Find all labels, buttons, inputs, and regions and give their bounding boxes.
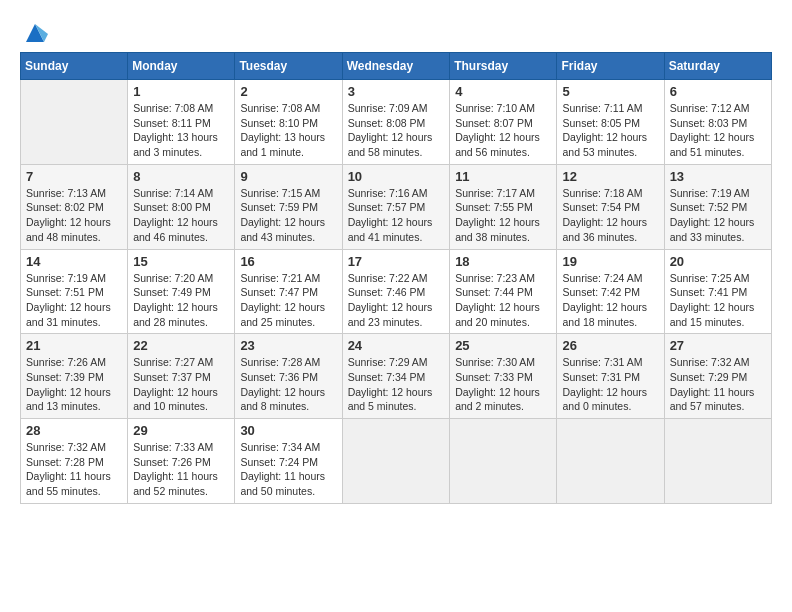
day-info: Sunrise: 7:27 AM Sunset: 7:37 PM Dayligh… bbox=[133, 355, 229, 414]
day-info: Sunrise: 7:20 AM Sunset: 7:49 PM Dayligh… bbox=[133, 271, 229, 330]
calendar-cell: 18Sunrise: 7:23 AM Sunset: 7:44 PM Dayli… bbox=[450, 249, 557, 334]
day-number: 11 bbox=[455, 169, 551, 184]
day-number: 21 bbox=[26, 338, 122, 353]
day-info: Sunrise: 7:08 AM Sunset: 8:10 PM Dayligh… bbox=[240, 101, 336, 160]
day-info: Sunrise: 7:19 AM Sunset: 7:52 PM Dayligh… bbox=[670, 186, 766, 245]
day-info: Sunrise: 7:24 AM Sunset: 7:42 PM Dayligh… bbox=[562, 271, 658, 330]
calendar-cell: 5Sunrise: 7:11 AM Sunset: 8:05 PM Daylig… bbox=[557, 80, 664, 165]
day-number: 24 bbox=[348, 338, 445, 353]
day-info: Sunrise: 7:14 AM Sunset: 8:00 PM Dayligh… bbox=[133, 186, 229, 245]
calendar-cell: 23Sunrise: 7:28 AM Sunset: 7:36 PM Dayli… bbox=[235, 334, 342, 419]
day-header-monday: Monday bbox=[128, 53, 235, 80]
day-number: 9 bbox=[240, 169, 336, 184]
calendar-cell: 14Sunrise: 7:19 AM Sunset: 7:51 PM Dayli… bbox=[21, 249, 128, 334]
day-number: 3 bbox=[348, 84, 445, 99]
calendar-cell: 25Sunrise: 7:30 AM Sunset: 7:33 PM Dayli… bbox=[450, 334, 557, 419]
day-info: Sunrise: 7:16 AM Sunset: 7:57 PM Dayligh… bbox=[348, 186, 445, 245]
day-info: Sunrise: 7:13 AM Sunset: 8:02 PM Dayligh… bbox=[26, 186, 122, 245]
day-number: 5 bbox=[562, 84, 658, 99]
day-info: Sunrise: 7:18 AM Sunset: 7:54 PM Dayligh… bbox=[562, 186, 658, 245]
calendar-cell: 2Sunrise: 7:08 AM Sunset: 8:10 PM Daylig… bbox=[235, 80, 342, 165]
calendar-cell: 13Sunrise: 7:19 AM Sunset: 7:52 PM Dayli… bbox=[664, 164, 771, 249]
calendar-cell bbox=[450, 419, 557, 504]
day-number: 13 bbox=[670, 169, 766, 184]
calendar-cell bbox=[342, 419, 450, 504]
calendar-cell: 1Sunrise: 7:08 AM Sunset: 8:11 PM Daylig… bbox=[128, 80, 235, 165]
day-info: Sunrise: 7:08 AM Sunset: 8:11 PM Dayligh… bbox=[133, 101, 229, 160]
calendar-cell: 8Sunrise: 7:14 AM Sunset: 8:00 PM Daylig… bbox=[128, 164, 235, 249]
day-number: 4 bbox=[455, 84, 551, 99]
calendar-cell: 15Sunrise: 7:20 AM Sunset: 7:49 PM Dayli… bbox=[128, 249, 235, 334]
calendar-cell: 12Sunrise: 7:18 AM Sunset: 7:54 PM Dayli… bbox=[557, 164, 664, 249]
day-info: Sunrise: 7:11 AM Sunset: 8:05 PM Dayligh… bbox=[562, 101, 658, 160]
day-info: Sunrise: 7:19 AM Sunset: 7:51 PM Dayligh… bbox=[26, 271, 122, 330]
day-info: Sunrise: 7:33 AM Sunset: 7:26 PM Dayligh… bbox=[133, 440, 229, 499]
day-number: 1 bbox=[133, 84, 229, 99]
calendar-cell: 22Sunrise: 7:27 AM Sunset: 7:37 PM Dayli… bbox=[128, 334, 235, 419]
day-number: 26 bbox=[562, 338, 658, 353]
day-number: 30 bbox=[240, 423, 336, 438]
calendar-cell: 10Sunrise: 7:16 AM Sunset: 7:57 PM Dayli… bbox=[342, 164, 450, 249]
week-row-5: 28Sunrise: 7:32 AM Sunset: 7:28 PM Dayli… bbox=[21, 419, 772, 504]
day-header-thursday: Thursday bbox=[450, 53, 557, 80]
week-row-1: 1Sunrise: 7:08 AM Sunset: 8:11 PM Daylig… bbox=[21, 80, 772, 165]
calendar-cell: 7Sunrise: 7:13 AM Sunset: 8:02 PM Daylig… bbox=[21, 164, 128, 249]
page-header bbox=[20, 20, 772, 42]
day-header-sunday: Sunday bbox=[21, 53, 128, 80]
day-header-friday: Friday bbox=[557, 53, 664, 80]
day-info: Sunrise: 7:23 AM Sunset: 7:44 PM Dayligh… bbox=[455, 271, 551, 330]
calendar-cell: 21Sunrise: 7:26 AM Sunset: 7:39 PM Dayli… bbox=[21, 334, 128, 419]
day-header-tuesday: Tuesday bbox=[235, 53, 342, 80]
day-number: 10 bbox=[348, 169, 445, 184]
calendar-cell: 11Sunrise: 7:17 AM Sunset: 7:55 PM Dayli… bbox=[450, 164, 557, 249]
calendar: SundayMondayTuesdayWednesdayThursdayFrid… bbox=[20, 52, 772, 504]
logo-icon bbox=[22, 20, 48, 46]
calendar-cell: 28Sunrise: 7:32 AM Sunset: 7:28 PM Dayli… bbox=[21, 419, 128, 504]
day-info: Sunrise: 7:30 AM Sunset: 7:33 PM Dayligh… bbox=[455, 355, 551, 414]
day-number: 15 bbox=[133, 254, 229, 269]
calendar-cell: 26Sunrise: 7:31 AM Sunset: 7:31 PM Dayli… bbox=[557, 334, 664, 419]
day-info: Sunrise: 7:15 AM Sunset: 7:59 PM Dayligh… bbox=[240, 186, 336, 245]
day-info: Sunrise: 7:32 AM Sunset: 7:29 PM Dayligh… bbox=[670, 355, 766, 414]
day-info: Sunrise: 7:10 AM Sunset: 8:07 PM Dayligh… bbox=[455, 101, 551, 160]
day-info: Sunrise: 7:25 AM Sunset: 7:41 PM Dayligh… bbox=[670, 271, 766, 330]
calendar-cell: 19Sunrise: 7:24 AM Sunset: 7:42 PM Dayli… bbox=[557, 249, 664, 334]
day-header-wednesday: Wednesday bbox=[342, 53, 450, 80]
calendar-header: SundayMondayTuesdayWednesdayThursdayFrid… bbox=[21, 53, 772, 80]
day-info: Sunrise: 7:26 AM Sunset: 7:39 PM Dayligh… bbox=[26, 355, 122, 414]
day-number: 27 bbox=[670, 338, 766, 353]
day-info: Sunrise: 7:22 AM Sunset: 7:46 PM Dayligh… bbox=[348, 271, 445, 330]
day-number: 28 bbox=[26, 423, 122, 438]
calendar-cell: 29Sunrise: 7:33 AM Sunset: 7:26 PM Dayli… bbox=[128, 419, 235, 504]
day-number: 17 bbox=[348, 254, 445, 269]
calendar-cell bbox=[557, 419, 664, 504]
day-info: Sunrise: 7:31 AM Sunset: 7:31 PM Dayligh… bbox=[562, 355, 658, 414]
calendar-cell: 17Sunrise: 7:22 AM Sunset: 7:46 PM Dayli… bbox=[342, 249, 450, 334]
day-number: 2 bbox=[240, 84, 336, 99]
calendar-cell: 3Sunrise: 7:09 AM Sunset: 8:08 PM Daylig… bbox=[342, 80, 450, 165]
logo bbox=[20, 20, 48, 42]
day-number: 19 bbox=[562, 254, 658, 269]
day-info: Sunrise: 7:32 AM Sunset: 7:28 PM Dayligh… bbox=[26, 440, 122, 499]
day-number: 22 bbox=[133, 338, 229, 353]
week-row-4: 21Sunrise: 7:26 AM Sunset: 7:39 PM Dayli… bbox=[21, 334, 772, 419]
day-number: 16 bbox=[240, 254, 336, 269]
day-number: 8 bbox=[133, 169, 229, 184]
calendar-cell: 30Sunrise: 7:34 AM Sunset: 7:24 PM Dayli… bbox=[235, 419, 342, 504]
calendar-cell: 27Sunrise: 7:32 AM Sunset: 7:29 PM Dayli… bbox=[664, 334, 771, 419]
day-header-saturday: Saturday bbox=[664, 53, 771, 80]
logo-text bbox=[20, 20, 48, 46]
day-number: 29 bbox=[133, 423, 229, 438]
calendar-cell bbox=[21, 80, 128, 165]
week-row-2: 7Sunrise: 7:13 AM Sunset: 8:02 PM Daylig… bbox=[21, 164, 772, 249]
week-row-3: 14Sunrise: 7:19 AM Sunset: 7:51 PM Dayli… bbox=[21, 249, 772, 334]
day-number: 25 bbox=[455, 338, 551, 353]
day-info: Sunrise: 7:28 AM Sunset: 7:36 PM Dayligh… bbox=[240, 355, 336, 414]
calendar-cell: 6Sunrise: 7:12 AM Sunset: 8:03 PM Daylig… bbox=[664, 80, 771, 165]
day-number: 23 bbox=[240, 338, 336, 353]
day-number: 7 bbox=[26, 169, 122, 184]
calendar-cell: 4Sunrise: 7:10 AM Sunset: 8:07 PM Daylig… bbox=[450, 80, 557, 165]
day-number: 6 bbox=[670, 84, 766, 99]
day-number: 20 bbox=[670, 254, 766, 269]
day-number: 14 bbox=[26, 254, 122, 269]
